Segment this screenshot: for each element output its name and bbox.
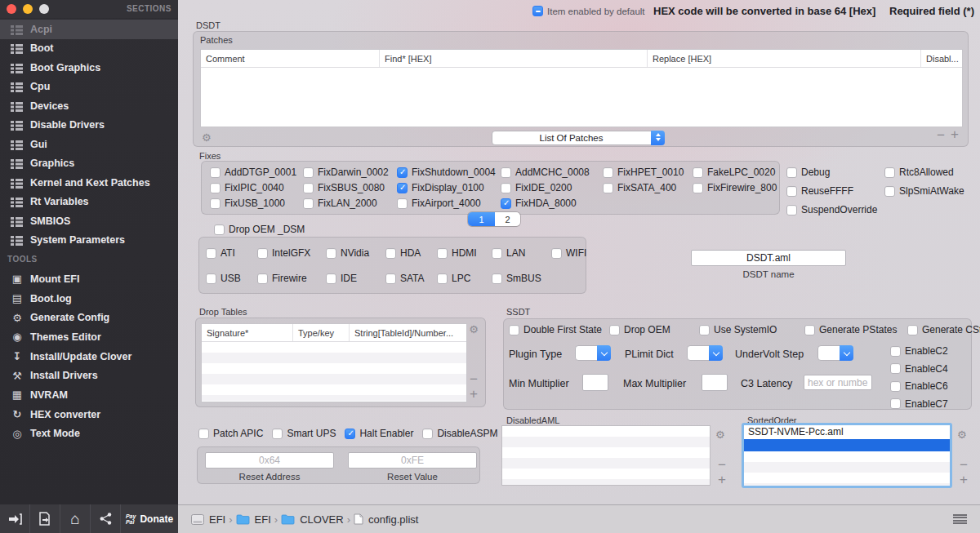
enable-c-checkbox[interactable]: EnableC6 <box>890 380 948 392</box>
device-checkbox[interactable]: HDMI <box>437 247 492 259</box>
plugin-type-dropdown[interactable] <box>575 345 611 361</box>
sidebar-section-item[interactable]: Cpu <box>0 78 178 97</box>
dsdt-name-field[interactable] <box>691 250 846 266</box>
patches-table[interactable]: Comment Find* [HEX] Replace [HEX] Disabl… <box>200 49 963 127</box>
device-checkbox[interactable]: NVidia <box>326 247 385 259</box>
fix-checkbox[interactable]: FixLAN_2000 <box>303 198 397 209</box>
fix-checkbox[interactable]: FixSBUS_0080 <box>303 182 397 193</box>
sorted-order-selected-row[interactable] <box>744 439 950 451</box>
breadcrumb-item-config-plist[interactable]: config.plist <box>354 513 418 526</box>
paypal-donate-button[interactable]: PayPal Donate <box>121 504 178 533</box>
plimit-dict-dropdown[interactable] <box>687 345 723 361</box>
menu-hamburger-icon[interactable] <box>953 514 967 524</box>
sidebar-section-item[interactable]: Boot Graphics <box>0 58 178 78</box>
acpi-flag-checkbox[interactable]: SuspendOverride <box>786 204 884 215</box>
drop-tables-action-gear-icon[interactable]: ⚙ <box>469 324 479 335</box>
fix-checkbox[interactable]: FixFirewire_800 <box>693 182 778 193</box>
device-checkbox[interactable]: IDE <box>326 273 385 284</box>
sidebar-section-item[interactable]: Rt Variables <box>0 193 178 212</box>
device-checkbox[interactable]: LAN <box>492 247 551 259</box>
sidebar-tool-item[interactable]: ▦ NVRAM <box>0 385 178 405</box>
col-find-hex[interactable]: Find* [HEX] <box>379 50 647 67</box>
sidebar-tool-item[interactable]: ↻ HEX converter <box>0 405 178 424</box>
reset-value-field[interactable] <box>348 452 477 469</box>
fix-checkbox[interactable]: FixDisplay_0100 <box>397 182 501 193</box>
drop-tables-remove-button[interactable]: − <box>470 374 478 385</box>
undervolt-step-dropdown[interactable] <box>817 345 853 361</box>
col-signature[interactable]: Signature* <box>202 324 292 341</box>
c3-latency-field[interactable] <box>804 375 872 390</box>
fix-checkbox[interactable]: FixUSB_1000 <box>210 198 303 209</box>
fix-checkbox[interactable]: AddMCHC_0008 <box>501 167 603 178</box>
device-checkbox[interactable]: SmBUS <box>492 273 551 284</box>
apic-flag-checkbox[interactable]: DisableASPM <box>422 428 497 439</box>
zoom-window-button[interactable] <box>39 4 49 14</box>
device-checkbox[interactable]: HDA <box>385 247 437 259</box>
breadcrumb-item-efi-folder[interactable]: EFI <box>236 513 271 526</box>
sidebar-section-item[interactable]: Kernel and Kext Patches <box>0 173 178 193</box>
fix-checkbox[interactable]: FixSATA_400 <box>603 182 693 193</box>
max-multiplier-field[interactable] <box>702 374 728 391</box>
sidebar-section-item[interactable]: Devices <box>0 96 178 116</box>
sidebar-tool-item[interactable]: ◎ Text Mode <box>0 424 178 444</box>
sidebar-section-item[interactable]: Boot <box>0 39 178 59</box>
enable-c-checkbox[interactable]: EnableC4 <box>890 363 948 375</box>
acpi-flag-checkbox[interactable]: ReuseFFFF <box>786 185 884 197</box>
boot-entry-button[interactable] <box>0 504 30 533</box>
disabled-aml-gear-icon[interactable]: ⚙ <box>715 429 725 440</box>
device-checkbox[interactable]: Firewire <box>257 273 326 284</box>
enable-c-checkbox[interactable]: EnableC2 <box>890 345 948 357</box>
sidebar-tool-item[interactable]: ⚙ Generate Config <box>0 308 178 327</box>
fix-checkbox[interactable]: FixShutdown_0004 <box>397 167 501 178</box>
sidebar-tool-item[interactable]: ▣ Mount EFI <box>0 269 178 289</box>
device-checkbox[interactable]: USB <box>206 273 257 284</box>
apic-flag-checkbox[interactable]: Smart UPS <box>272 428 336 439</box>
sorted-order-add-button[interactable]: + <box>960 474 968 486</box>
sidebar-section-item[interactable]: SMBIOS <box>0 211 178 231</box>
patches-remove-button[interactable]: − <box>937 130 945 141</box>
list-of-patches-dropdown[interactable]: List Of Patches <box>492 131 665 145</box>
disabled-aml-remove-button[interactable]: − <box>718 460 726 471</box>
sidebar-section-item[interactable]: System Parameters <box>0 231 178 251</box>
col-string-tableid[interactable]: String[TableId]/Number... <box>349 324 466 341</box>
sidebar-tool-item[interactable]: ◉ Themes Editor <box>0 327 178 347</box>
export-config-button[interactable] <box>30 504 60 533</box>
sidebar-section-item[interactable]: Gui <box>0 135 178 154</box>
sidebar-section-item[interactable]: Disable Drivers <box>0 116 178 135</box>
page-1-tab[interactable]: 1 <box>468 212 495 226</box>
fix-checkbox[interactable]: FixHPET_0010 <box>603 167 693 178</box>
fix-checkbox[interactable]: FixDarwin_0002 <box>303 167 397 178</box>
acpi-flag-checkbox[interactable]: Rtc8Allowed <box>884 167 976 178</box>
sidebar-section-item[interactable]: Graphics <box>0 154 178 174</box>
home-button[interactable]: ⌂ <box>60 504 91 533</box>
drop-oem-dsm-checkbox[interactable]: Drop OEM _DSM <box>214 224 305 235</box>
col-replace-hex[interactable]: Replace [HEX] <box>647 50 920 67</box>
device-checkbox[interactable]: LPC <box>437 273 492 284</box>
fix-checkbox[interactable]: AddDTGP_0001 <box>210 167 303 178</box>
acpi-flag-checkbox[interactable]: Debug <box>786 167 884 178</box>
col-type-key[interactable]: Type/key <box>292 324 349 341</box>
enable-c-checkbox[interactable]: EnableC7 <box>890 398 948 410</box>
sidebar-tool-item[interactable]: ↧ Install/Update Clover <box>0 347 178 366</box>
ssdt-flag-checkbox[interactable]: Generate PStates <box>804 324 907 335</box>
page-2-tab[interactable]: 2 <box>495 212 520 226</box>
device-checkbox[interactable]: SATA <box>385 273 437 284</box>
disabled-aml-list[interactable] <box>501 425 710 486</box>
share-button[interactable] <box>91 504 121 533</box>
drop-tables-add-button[interactable]: + <box>470 389 478 400</box>
acpi-flag-checkbox[interactable]: SlpSmiAtWake <box>884 185 976 197</box>
device-checkbox[interactable]: ATI <box>206 247 257 259</box>
drop-tables-table[interactable]: Signature* Type/key String[TableId]/Numb… <box>201 323 467 402</box>
device-checkbox[interactable]: IntelGFX <box>257 247 326 259</box>
fix-checkbox[interactable]: FakeLPC_0020 <box>693 167 778 178</box>
sidebar-tool-item[interactable]: ⚒ Install Drivers <box>0 366 178 385</box>
breadcrumb-item-disk[interactable]: EFI <box>191 513 225 526</box>
apic-flag-checkbox[interactable]: Patch APIC <box>198 428 263 439</box>
sorted-order-gear-icon[interactable]: ⚙ <box>957 429 967 440</box>
sidebar-section-item[interactable]: Acpi <box>0 20 178 39</box>
apic-flag-checkbox[interactable]: Halt Enabler <box>345 428 413 439</box>
device-checkbox[interactable]: WIFI <box>551 247 592 259</box>
sorted-order-remove-button[interactable]: − <box>960 460 968 471</box>
close-window-button[interactable] <box>7 4 16 14</box>
fix-checkbox[interactable]: FixIDE_0200 <box>501 182 603 193</box>
